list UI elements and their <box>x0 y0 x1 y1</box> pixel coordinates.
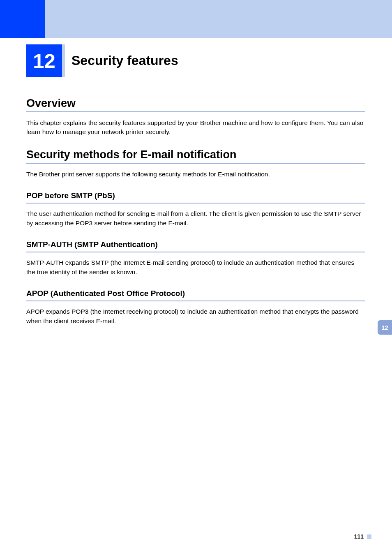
page-content: Overview This chapter explains the secur… <box>26 97 365 337</box>
page-number: 111 <box>354 533 364 540</box>
side-tab-number: 12 <box>381 324 388 331</box>
chapter-number: 12 <box>33 49 55 72</box>
chapter-side-tab[interactable]: 12 <box>378 320 392 335</box>
header-band <box>0 0 392 38</box>
apop-heading: APOP (Authenticated Post Office Protocol… <box>26 289 365 301</box>
overview-heading: Overview <box>26 97 365 112</box>
pbs-body: The user authentication method for sendi… <box>26 209 365 228</box>
chapter-header: 12 Security features <box>26 44 178 77</box>
security-methods-body: The Brother print server supports the fo… <box>26 170 365 179</box>
chapter-divider <box>62 44 65 77</box>
security-methods-heading: Security methods for E-mail notification <box>26 148 365 164</box>
apop-body: APOP expands POP3 (the Internet receivin… <box>26 307 365 326</box>
chapter-title: Security features <box>65 53 178 68</box>
header-corner-square <box>0 0 45 38</box>
pbs-heading: POP before SMTP (PbS) <box>26 191 365 204</box>
page-footer: 111 <box>354 533 371 540</box>
smtp-auth-heading: SMTP-AUTH (SMTP Authentication) <box>26 240 365 252</box>
page-footer-square-icon <box>367 534 371 539</box>
smtp-auth-body: SMTP-AUTH expands SMTP (the Internet E-m… <box>26 258 365 277</box>
overview-body: This chapter explains the security featu… <box>26 118 365 137</box>
chapter-number-box: 12 <box>26 44 62 77</box>
